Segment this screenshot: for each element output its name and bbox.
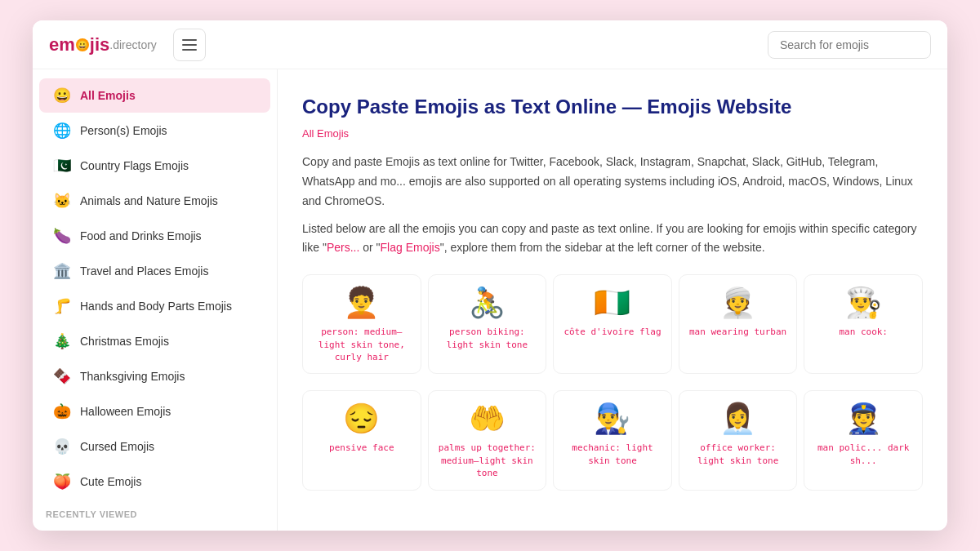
sidebar-item-thanksgiving[interactable]: 🍫 Thanksgiving Emojis [39,359,270,393]
emoji-card-office-worker[interactable]: 👩‍💼 office worker: light skin tone [679,390,798,490]
sidebar-item-label-thanksgiving: Thanksgiving Emojis [80,370,257,383]
emoji-mechanic-icon: 👨‍🔧 [594,404,630,433]
sidebar-item-animals[interactable]: 🐱 Animals and Nature Emojis [39,184,270,218]
content-area: Copy Paste Emojis as Text Online — Emoji… [278,69,947,531]
sidebar-item-christmas[interactable]: 🎄 Christmas Emojis [39,324,270,358]
hamburger-line1 [182,39,197,41]
description-or: or " [359,241,380,254]
browser-window: em😀jis.directory 😀 All Emojis 🌐 Person(s… [33,20,947,531]
sidebar-item-food[interactable]: 🍆 Food and Drinks Emojis [39,219,270,253]
sidebar-item-label-all: All Emojis [80,89,257,102]
persons-icon: 🌐 [52,122,72,140]
search-input[interactable] [768,31,931,59]
emoji-person-curly-label: person: medium–light skin tone, curly ha… [311,326,412,363]
emoji-cook-icon: 👨‍🍳 [845,288,882,318]
all-emojis-icon: 😀 [52,87,72,104]
emoji-palms-label: palms up together: medium–light skin ton… [437,442,538,479]
logo-text: em [49,34,75,56]
emoji-office-worker-icon: 👩‍💼 [719,404,756,433]
recently-viewed-label: RECENTLY VIEWED [33,500,277,522]
header: em😀jis.directory [33,20,947,69]
flags-icon: 🇵🇰 [52,157,72,175]
christmas-icon: 🎄 [52,332,72,350]
sidebar-item-persons[interactable]: 🌐 Person(s) Emojis [39,113,270,148]
description-end: ", explore them from the sidebar at the … [440,241,765,254]
hamburger-button[interactable] [173,29,206,61]
sidebar-item-travel[interactable]: 🏛️ Travel and Places Emojis [39,254,270,288]
sidebar-item-label-food: Food and Drinks Emojis [80,229,257,242]
emoji-mechanic-label: mechanic: light skin tone [562,442,663,467]
logo[interactable]: em😀jis.directory [49,34,157,56]
emoji-flag-ci-label: côte d'ivoire flag [564,326,661,338]
travel-icon: 🏛️ [52,262,72,280]
emoji-card-mechanic[interactable]: 👨‍🔧 mechanic: light skin tone [553,390,672,490]
hands-icon: 🦵 [52,297,72,315]
logo-emoji-icon: 😀 [76,38,89,51]
sidebar-item-hands[interactable]: 🦵 Hands and Body Parts Emojis [39,289,270,323]
emoji-grid-row2: 😔 pensive face 🤲 palms up together: medi… [302,390,923,490]
sidebar-item-label-hands: Hands and Body Parts Emojis [80,300,257,313]
logo-directory: directory [113,38,157,51]
emoji-card-pensive[interactable]: 😔 pensive face [302,390,421,490]
sidebar-item-label-cursed: Cursed Emojis [80,440,257,453]
emoji-office-worker-label: office worker: light skin tone [688,442,789,467]
sidebar-item-cute[interactable]: 🍑 Cute Emojis [39,464,270,499]
emoji-turban-label: man wearing turban [689,326,786,338]
thanksgiving-icon: 🍫 [52,367,72,385]
halloween-icon: 🎃 [52,402,72,420]
animals-icon: 🐱 [52,192,72,210]
emoji-turban-icon: 👳 [719,288,756,318]
sidebar-item-flags[interactable]: 🇵🇰 Country Flags Emojis [39,149,270,183]
hamburger-line3 [182,49,197,51]
cursed-icon: 💀 [52,438,72,455]
breadcrumb[interactable]: All Emojis [302,127,923,140]
emoji-grid-row1: 🧑‍🦱 person: medium–light skin tone, curl… [302,274,923,374]
emoji-card-palms[interactable]: 🤲 palms up together: medium–light skin t… [428,390,547,490]
description-1: Copy and paste Emojis as text online for… [302,153,923,211]
page-title: Copy Paste Emojis as Text Online — Emoji… [302,94,923,119]
emoji-biking-label: person biking: light skin tone [437,326,538,351]
emoji-flag-ci-icon: 🇨🇮 [594,288,630,318]
sidebar-item-label-cute: Cute Emojis [80,475,257,488]
sidebar-item-label-christmas: Christmas Emojis [80,335,257,348]
logo-text2: jis [90,34,109,56]
emoji-biking-icon: 🚴 [469,288,506,318]
food-icon: 🍆 [52,227,72,245]
main-content: 😀 All Emojis 🌐 Person(s) Emojis 🇵🇰 Count… [33,69,947,531]
sidebar-item-label-animals: Animals and Nature Emojis [80,194,257,207]
cute-icon: 🍑 [52,473,72,491]
sidebar-item-cursed[interactable]: 💀 Cursed Emojis [39,429,270,464]
emoji-cook-label: man cook: [839,326,888,338]
link-flags[interactable]: Flag Emojis [381,241,440,254]
sidebar-item-all[interactable]: 😀 All Emojis [39,78,270,113]
sidebar-item-label-persons: Person(s) Emojis [80,124,257,137]
emoji-pensive-icon: 😔 [343,404,380,433]
emoji-card-turban[interactable]: 👳 man wearing turban [679,274,798,374]
hamburger-line2 [182,44,197,46]
emoji-palms-icon: 🤲 [469,404,506,433]
emoji-person-curly-icon: 🧑‍🦱 [343,288,380,318]
emoji-pensive-label: pensive face [329,442,394,454]
emoji-card-cook[interactable]: 👨‍🍳 man cook: [804,274,923,374]
link-persons[interactable]: Pers... [327,241,359,254]
sidebar-item-label-travel: Travel and Places Emojis [80,264,257,278]
sidebar-item-label-halloween: Halloween Emojis [80,405,257,418]
emoji-card-person-curly[interactable]: 🧑‍🦱 person: medium–light skin tone, curl… [302,274,421,374]
emoji-police-label: man polic... dark sh... [813,442,914,467]
emoji-card-police[interactable]: 👮 man polic... dark sh... [804,390,923,490]
emoji-police-icon: 👮 [845,404,882,433]
emoji-card-flag-ci[interactable]: 🇨🇮 côte d'ivoire flag [553,274,672,374]
description-2: Listed below are all the emojis you can … [302,220,923,259]
sidebar-item-label-flags: Country Flags Emojis [80,159,257,172]
emoji-card-biking[interactable]: 🚴 person biking: light skin tone [428,274,547,374]
sidebar: 😀 All Emojis 🌐 Person(s) Emojis 🇵🇰 Count… [33,69,278,531]
sidebar-item-halloween[interactable]: 🎃 Halloween Emojis [39,394,270,429]
